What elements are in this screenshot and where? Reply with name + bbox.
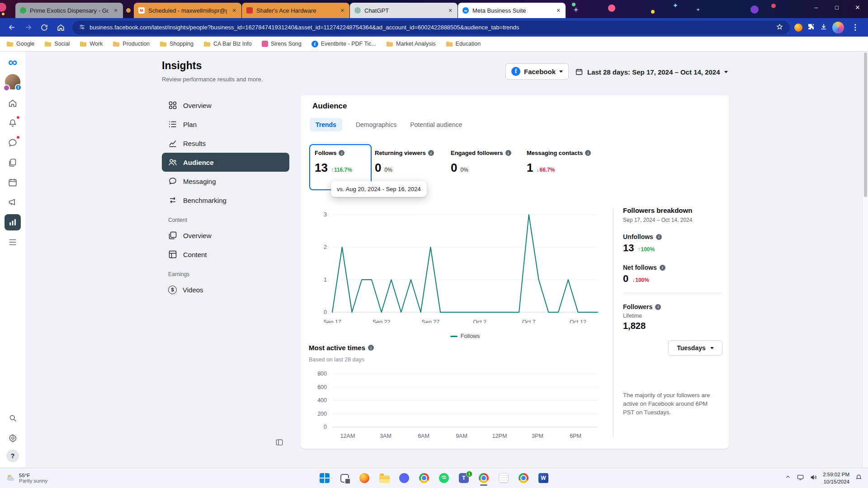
info-icon[interactable]: i <box>655 304 661 310</box>
window-close-button[interactable]: ✕ <box>847 0 868 14</box>
nav-item-videos[interactable]: $ Videos <box>162 280 289 299</box>
nav-item-content[interactable]: Content <box>162 245 289 264</box>
info-icon[interactable]: i <box>428 150 434 156</box>
rail-insights-icon[interactable] <box>5 214 21 230</box>
firefox-icon[interactable] <box>359 470 370 486</box>
display-tray-icon[interactable] <box>797 474 804 483</box>
bookmark-folder-ca-bar-biz-info[interactable]: CA Bar Biz Info <box>203 41 252 47</box>
tab-close-icon[interactable]: ✕ <box>339 7 346 14</box>
chrome-active-icon[interactable] <box>478 470 490 486</box>
tab-trends[interactable]: Trends <box>310 118 342 131</box>
chatgpt-favicon <box>354 7 361 14</box>
file-explorer-icon[interactable] <box>378 470 390 486</box>
rail-settings-icon[interactable] <box>5 430 21 446</box>
downloads-icon[interactable] <box>820 23 828 33</box>
teams-icon[interactable]: 1 <box>458 470 470 486</box>
info-icon[interactable]: i <box>505 150 511 156</box>
day-selector-button[interactable]: Tuesdays <box>668 340 722 356</box>
discord-icon[interactable] <box>398 470 410 486</box>
bookmark-eventbrite[interactable]: f Eventbrite - PDF Tic... <box>311 41 376 47</box>
bookmark-folder-education[interactable]: Education <box>446 41 481 47</box>
home-button[interactable] <box>53 20 68 35</box>
account-selector-button[interactable]: f Facebook <box>505 63 569 80</box>
bookmark-folder-production[interactable]: Production <box>113 41 150 47</box>
browser-tab-ace-hardware[interactable]: Shafer's Ace Hardware ✕ <box>242 3 349 18</box>
info-icon[interactable]: i <box>656 234 662 240</box>
page-scrollbar[interactable] <box>863 52 868 468</box>
bookmark-sirens-song[interactable]: Sirens Song <box>262 41 302 47</box>
notes-app-icon[interactable] <box>498 470 509 486</box>
taskbar-clock[interactable]: 2:59:02 PM 10/15/2024 <box>823 471 849 485</box>
tab-group-indicator[interactable] <box>126 8 131 13</box>
nav-item-messaging[interactable]: Messaging <box>162 172 289 191</box>
info-icon[interactable]: i <box>339 150 344 156</box>
bookmark-folder-work[interactable]: Work <box>80 41 103 47</box>
tab-close-icon[interactable]: ✕ <box>447 7 454 14</box>
nav-item-results[interactable]: Results <box>162 134 289 153</box>
volume-tray-icon[interactable] <box>810 474 817 483</box>
hidden-icons-chevron[interactable] <box>785 474 791 482</box>
nav-item-audience[interactable]: Audience <box>162 153 289 172</box>
rail-help-button[interactable]: ? <box>6 450 19 462</box>
start-button[interactable] <box>319 470 330 486</box>
rail-search-icon[interactable] <box>5 410 21 426</box>
url-text[interactable]: business.facebook.com/latest/insights/pe… <box>90 24 772 31</box>
window-minimize-button[interactable]: – <box>806 0 826 14</box>
tab-potential-audience[interactable]: Potential audience <box>410 118 462 131</box>
browser-tab-meta-business-suite[interactable]: ∞ Meta Business Suite ✕ <box>458 3 566 18</box>
nav-item-plan[interactable]: Plan <box>162 115 289 134</box>
business-avatar[interactable]: f <box>5 74 20 89</box>
extension-icon[interactable] <box>794 23 802 32</box>
bookmark-star-icon[interactable] <box>776 23 783 32</box>
rail-planner-icon[interactable] <box>5 174 21 191</box>
info-icon[interactable]: i <box>585 150 591 156</box>
chrome-icon[interactable] <box>418 470 430 486</box>
side-panel-toggle-icon[interactable] <box>275 438 284 447</box>
tab-demographics[interactable]: Demographics <box>356 118 396 131</box>
bookmark-folder-shopping[interactable]: Shopping <box>160 41 193 47</box>
rail-ads-icon[interactable] <box>5 194 21 211</box>
new-tab-button[interactable]: + <box>570 4 582 16</box>
info-icon[interactable]: i <box>368 345 374 351</box>
reload-button[interactable] <box>37 20 52 35</box>
tab-title: Scheduled - maxwellmillspr@g <box>148 7 227 14</box>
extensions-puzzle-icon[interactable] <box>807 23 815 33</box>
notification-bell-icon[interactable] <box>855 474 863 483</box>
address-bar[interactable]: business.facebook.com/latest/insights/pe… <box>72 21 790 34</box>
back-button[interactable] <box>5 20 19 35</box>
task-view-button[interactable] <box>339 470 350 486</box>
browser-profile-avatar[interactable] <box>832 22 844 33</box>
browser-tab-chatgpt[interactable]: ChatGPT ✕ <box>350 3 458 18</box>
nav-item-overview[interactable]: Overview <box>162 96 289 115</box>
site-settings-icon[interactable] <box>79 23 85 32</box>
metric-messaging-contacts[interactable]: Messaging contacts i 1 ↓66.7% <box>527 144 591 175</box>
tab-close-icon[interactable]: ✕ <box>555 7 562 14</box>
taskbar-weather-widget[interactable]: 55°F Partly sunny <box>0 473 104 483</box>
info-icon[interactable]: i <box>660 265 665 271</box>
bookmark-folder-social[interactable]: Social <box>44 41 70 47</box>
rail-inbox-icon[interactable] <box>5 135 21 151</box>
bookmark-folder-market-analysis[interactable]: Market Analysis <box>386 41 436 47</box>
browser-tab-gmail-scheduled[interactable]: M Scheduled - maxwellmillspr@g ✕ <box>134 3 241 18</box>
scrollbar-thumb[interactable] <box>864 52 867 197</box>
chrome-profile2-icon[interactable] <box>518 470 529 486</box>
forward-button[interactable] <box>21 20 35 35</box>
word-icon[interactable] <box>538 470 549 486</box>
tab-close-icon[interactable]: ✕ <box>112 7 119 14</box>
date-range-selector[interactable]: Last 28 days: Sep 17, 2024 – Oct 14, 202… <box>575 66 728 78</box>
rail-all-tools-icon[interactable] <box>5 234 21 250</box>
nav-item-content-overview[interactable]: Overview <box>162 226 289 245</box>
rail-home-icon[interactable] <box>5 95 21 111</box>
spotify-icon[interactable] <box>438 470 450 486</box>
bookmark-folder-google[interactable]: Google <box>6 41 34 47</box>
nav-item-benchmarking[interactable]: Benchmarking <box>162 191 289 210</box>
tab-close-icon[interactable]: ✕ <box>231 7 238 14</box>
rail-notifications-icon[interactable] <box>5 115 21 131</box>
metric-engaged-followers[interactable]: Engaged followers i 0 0% <box>451 144 511 175</box>
metric-returning-viewers[interactable]: Returning viewers i 0 0% <box>375 144 434 175</box>
browser-menu-icon[interactable]: ⋮ <box>849 23 862 32</box>
window-maximize-button[interactable]: □ <box>826 0 847 14</box>
browser-tab-prime-exotics[interactable]: Prime Exotics Dispensary - Goo ✕ <box>15 3 123 18</box>
meta-logo[interactable]: ∞ <box>8 56 17 69</box>
rail-posts-icon[interactable] <box>5 155 21 171</box>
